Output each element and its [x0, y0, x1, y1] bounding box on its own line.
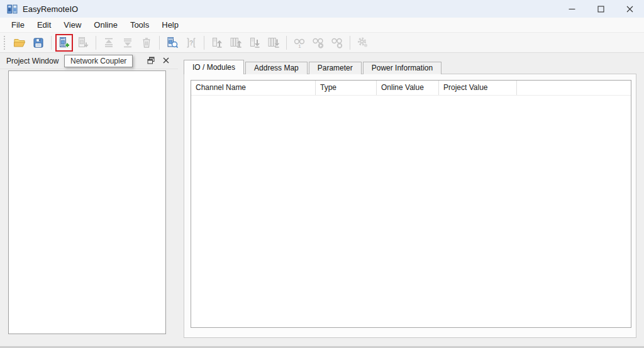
toolbar: ?	[0, 33, 644, 53]
io-modules-tab-page: Channel Name Type Online Value Project V…	[184, 74, 636, 338]
close-button[interactable]	[615, 0, 644, 18]
menu-view[interactable]: View	[57, 18, 87, 31]
move-up-icon	[103, 36, 115, 49]
move-up-button[interactable]	[100, 34, 118, 52]
tab-power-information[interactable]: Power Information	[363, 62, 441, 74]
tab-address-map[interactable]: Address Map	[245, 62, 308, 74]
trash-icon	[140, 36, 153, 49]
toolbar-separator	[96, 36, 96, 50]
download-all-icon	[267, 36, 280, 49]
toolbar-separator	[51, 36, 52, 50]
project-tree-panel[interactable]	[8, 70, 166, 334]
settings-button[interactable]	[354, 34, 372, 52]
open-folder-icon	[13, 36, 26, 49]
save-icon	[32, 36, 45, 49]
column-header-online-value[interactable]: Online Value	[377, 81, 439, 95]
module-add-icon	[77, 36, 89, 49]
menu-tools[interactable]: Tools	[124, 18, 155, 31]
tab-parameter[interactable]: Parameter	[309, 62, 362, 74]
toolbar-separator	[350, 36, 350, 50]
window-title: EasyRemoteIO	[23, 4, 78, 14]
menu-file[interactable]: File	[5, 18, 31, 31]
compare-button[interactable]: ?	[182, 34, 200, 52]
toolbar-separator	[286, 36, 287, 50]
monitor-stop-button[interactable]	[328, 34, 346, 52]
svg-text:?: ?	[189, 39, 193, 46]
monitor-once-button[interactable]: 1	[291, 34, 308, 52]
settings-gear-icon	[357, 36, 369, 49]
tab-bar: IO / Modules Address Map Parameter Power…	[184, 60, 443, 74]
maximize-icon	[597, 6, 604, 13]
column-header-project-value[interactable]: Project Value	[439, 81, 517, 95]
save-project-button[interactable]	[30, 34, 47, 52]
minimize-button[interactable]	[557, 0, 586, 18]
download-module-button[interactable]	[246, 34, 264, 52]
network-coupler-button[interactable]	[55, 34, 73, 52]
dock-close-button[interactable]	[160, 55, 172, 66]
module-add-button[interactable]	[74, 34, 92, 52]
close-icon	[626, 6, 633, 13]
upload-module-button[interactable]	[208, 34, 226, 52]
download-all-button[interactable]	[265, 34, 282, 52]
maximize-button[interactable]	[586, 0, 615, 18]
tooltip: Network Coupler	[64, 55, 133, 67]
download-module-icon	[248, 36, 261, 49]
open-project-button[interactable]	[11, 34, 28, 52]
dock-close-icon	[163, 57, 169, 64]
float-window-icon	[147, 57, 155, 64]
scan-network-button[interactable]	[164, 34, 181, 52]
menu-help[interactable]: Help	[155, 18, 185, 31]
upload-all-button[interactable]	[227, 34, 245, 52]
dock-float-button[interactable]	[145, 55, 157, 66]
compare-icon: ?	[185, 36, 197, 49]
toolbar-separator	[204, 36, 204, 50]
column-header-channel-name[interactable]: Channel Name	[191, 81, 316, 95]
move-down-icon	[121, 36, 134, 49]
upload-module-icon	[211, 36, 223, 49]
menu-online[interactable]: Online	[87, 18, 124, 31]
menu-bar: File Edit View Online Tools Help	[0, 18, 644, 33]
channel-table-header: Channel Name Type Online Value Project V…	[191, 81, 631, 96]
tooltip-text: Network Coupler	[70, 57, 126, 65]
tab-io-modules[interactable]: IO / Modules	[184, 60, 244, 74]
title-bar: EasyRemoteIO	[0, 0, 644, 18]
svg-text:1: 1	[298, 43, 301, 49]
app-window: EasyRemoteIO File Edit View Online Tools…	[0, 0, 644, 348]
channel-table: Channel Name Type Online Value Project V…	[191, 80, 631, 328]
column-header-type[interactable]: Type	[316, 81, 377, 95]
network-coupler-add-icon	[58, 36, 70, 49]
app-logo-icon	[7, 4, 18, 14]
menu-edit[interactable]: Edit	[31, 18, 57, 31]
monitor-start-button[interactable]	[309, 34, 327, 52]
move-down-button[interactable]	[119, 34, 136, 52]
delete-button[interactable]	[138, 34, 155, 52]
monitor-stop-icon	[330, 36, 344, 49]
monitor-once-icon: 1	[292, 36, 306, 49]
project-window-title: Project Window	[6, 57, 58, 65]
toolbar-grip[interactable]	[4, 36, 7, 50]
scan-network-icon	[166, 36, 179, 49]
minimize-icon	[569, 6, 575, 13]
toolbar-separator	[159, 36, 160, 50]
upload-all-icon	[230, 36, 242, 49]
monitor-start-icon	[311, 36, 325, 49]
